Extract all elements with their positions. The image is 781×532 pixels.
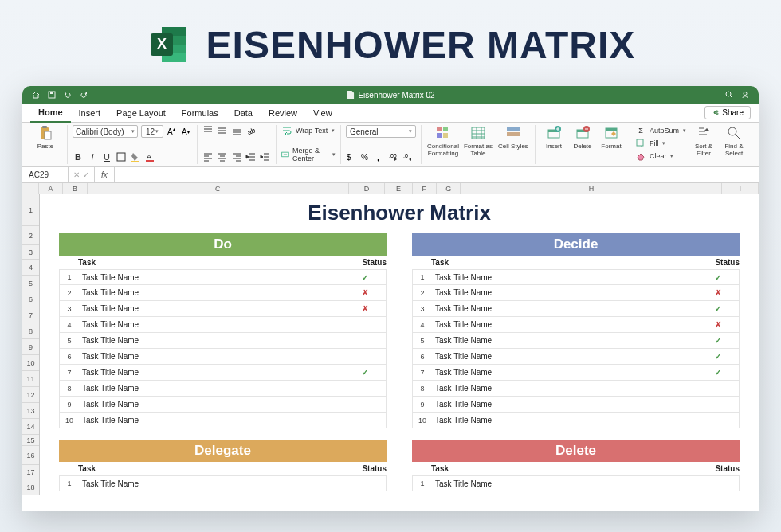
currency-icon[interactable]: $ <box>346 151 357 162</box>
table-row[interactable]: 6Task Title Name <box>59 349 387 365</box>
undo-icon[interactable] <box>64 91 72 99</box>
row-header-5[interactable]: 5 <box>22 276 39 291</box>
row-header-1[interactable]: 1 <box>22 194 39 226</box>
table-row[interactable]: 1Task Title Name <box>412 475 740 491</box>
tab-page-layout[interactable]: Page Layout <box>108 104 174 123</box>
table-row[interactable]: 2Task Title Name✗ <box>59 285 387 301</box>
align-center-icon[interactable] <box>217 151 228 162</box>
format-cells-button[interactable]: Format <box>598 125 625 150</box>
col-header-H[interactable]: H <box>461 183 722 194</box>
decrease-decimal-icon[interactable]: .0 <box>403 151 414 162</box>
increase-indent-icon[interactable] <box>260 151 271 162</box>
table-row[interactable]: 3Task Title Name✓ <box>412 301 740 317</box>
table-row[interactable]: 5Task Title Name <box>59 333 387 349</box>
search-icon[interactable] <box>725 91 733 99</box>
cell-styles-button[interactable]: Cell Styles <box>496 125 530 150</box>
border-icon[interactable] <box>116 151 127 162</box>
table-row[interactable]: 1Task Title Name <box>59 475 387 491</box>
cancel-formula-icon[interactable]: ✕ <box>73 170 80 179</box>
underline-icon[interactable]: U <box>101 151 112 162</box>
table-row[interactable]: 3Task Title Name✗ <box>59 301 387 317</box>
row-header-13[interactable]: 13 <box>22 403 39 419</box>
col-header-B[interactable]: B <box>63 183 87 194</box>
align-bottom-icon[interactable] <box>231 125 242 136</box>
font-size-select[interactable]: 12▾ <box>141 125 163 138</box>
table-row[interactable]: 1Task Title Name✓ <box>59 269 387 285</box>
tab-data[interactable]: Data <box>226 104 261 123</box>
table-row[interactable]: 1Task Title Name✓ <box>412 269 740 285</box>
name-box[interactable]: AC29 <box>22 167 69 182</box>
row-header-18[interactable]: 18 <box>22 479 39 495</box>
enter-formula-icon[interactable]: ✓ <box>83 170 89 179</box>
row-header-14[interactable]: 14 <box>22 419 39 435</box>
wrap-text-button[interactable]: Wrap Text <box>296 127 328 135</box>
row-headers[interactable]: 123456789101112131415161718 <box>22 194 40 495</box>
orientation-icon[interactable]: ab <box>245 125 257 136</box>
delete-cells-button[interactable]: Delete <box>569 125 596 150</box>
col-header-D[interactable]: D <box>349 183 386 194</box>
col-header-A[interactable]: A <box>39 183 63 194</box>
conditional-formatting-button[interactable]: Conditional Formatting <box>426 125 460 157</box>
row-header-8[interactable]: 8 <box>22 323 39 339</box>
paste-button[interactable]: Paste <box>29 125 62 150</box>
table-row[interactable]: 8Task Title Name <box>412 381 740 397</box>
table-row[interactable]: 9Task Title Name <box>412 397 740 413</box>
autosum-button[interactable]: ΣAutoSum▾ <box>635 125 686 136</box>
table-row[interactable]: 5Task Title Name✓ <box>412 333 740 349</box>
table-row[interactable]: 2Task Title Name✗ <box>412 285 740 301</box>
row-header-15[interactable]: 15 <box>22 435 39 446</box>
row-header-2[interactable]: 2 <box>22 226 39 245</box>
row-header-4[interactable]: 4 <box>22 260 39 276</box>
redo-icon[interactable] <box>80 91 88 99</box>
find-select-button[interactable]: Find & Select <box>721 125 747 157</box>
col-header-G[interactable]: G <box>437 183 461 194</box>
fill-button[interactable]: Fill▾ <box>635 138 686 149</box>
row-header-7[interactable]: 7 <box>22 307 39 323</box>
col-header-E[interactable]: E <box>385 183 412 194</box>
table-row[interactable]: 4Task Title Name <box>59 317 387 333</box>
row-header-16[interactable]: 16 <box>22 446 39 465</box>
share-button[interactable]: Share <box>704 106 751 119</box>
comma-icon[interactable]: , <box>375 151 386 162</box>
align-middle-icon[interactable] <box>217 125 228 136</box>
decrease-font-icon[interactable]: A▾ <box>181 126 192 137</box>
tab-home[interactable]: Home <box>30 104 71 123</box>
col-header-C[interactable]: C <box>88 183 349 194</box>
percent-icon[interactable]: % <box>360 151 371 162</box>
format-as-table-button[interactable]: Format as Table <box>461 125 495 157</box>
save-icon[interactable] <box>48 91 56 99</box>
table-row[interactable]: 9Task Title Name <box>59 397 387 413</box>
table-row[interactable]: 7Task Title Name✓ <box>59 365 387 381</box>
table-row[interactable]: 8Task Title Name <box>59 381 387 397</box>
align-top-icon[interactable] <box>202 125 214 136</box>
home-icon[interactable] <box>32 91 40 99</box>
italic-icon[interactable]: I <box>87 151 98 162</box>
row-header-11[interactable]: 11 <box>22 371 39 387</box>
row-header-3[interactable]: 3 <box>22 245 39 260</box>
tab-insert[interactable]: Insert <box>71 104 109 123</box>
account-icon[interactable] <box>741 91 749 99</box>
row-header-10[interactable]: 10 <box>22 355 39 371</box>
col-header-F[interactable]: F <box>413 183 437 194</box>
row-header-6[interactable]: 6 <box>22 291 39 307</box>
sort-filter-button[interactable]: Sort & Filter <box>691 125 716 157</box>
column-headers[interactable]: ABCDEFGHI <box>22 183 759 194</box>
tab-view[interactable]: View <box>305 104 340 123</box>
font-name-select[interactable]: Calibri (Body)▾ <box>73 125 138 138</box>
align-right-icon[interactable] <box>231 151 242 162</box>
table-row[interactable]: 4Task Title Name✗ <box>412 317 740 333</box>
spreadsheet-grid[interactable]: ABCDEFGHI 123456789101112131415161718 Ei… <box>22 183 759 511</box>
row-header-9[interactable]: 9 <box>22 339 39 355</box>
fill-color-icon[interactable] <box>130 151 141 162</box>
bold-icon[interactable]: B <box>73 151 84 162</box>
fx-icon[interactable]: fx <box>95 167 115 182</box>
decrease-indent-icon[interactable] <box>245 151 257 162</box>
tab-formulas[interactable]: Formulas <box>174 104 226 123</box>
number-format-select[interactable]: General▾ <box>346 125 416 138</box>
row-header-12[interactable]: 12 <box>22 387 39 403</box>
font-color-icon[interactable]: A <box>144 151 155 162</box>
col-header-I[interactable]: I <box>722 183 759 194</box>
align-left-icon[interactable] <box>202 151 214 162</box>
clear-button[interactable]: Clear▾ <box>635 151 686 162</box>
insert-cells-button[interactable]: Insert <box>540 125 567 150</box>
